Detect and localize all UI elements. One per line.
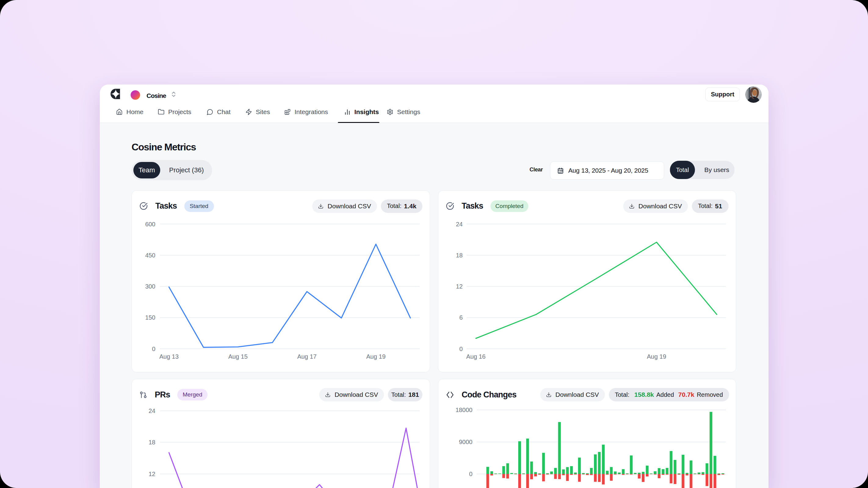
svg-text:18: 18 — [456, 252, 462, 258]
svg-text:0: 0 — [459, 345, 462, 352]
svg-text:18: 18 — [149, 439, 155, 446]
svg-text:24: 24 — [149, 408, 155, 414]
svg-text:Aug 15: Aug 15 — [228, 353, 248, 360]
svg-text:600: 600 — [145, 221, 155, 227]
svg-text:Aug 17: Aug 17 — [297, 353, 316, 360]
svg-text:Aug 13: Aug 13 — [159, 353, 179, 360]
svg-text:12: 12 — [149, 470, 155, 477]
svg-text:300: 300 — [145, 283, 155, 290]
svg-text:12: 12 — [456, 283, 462, 290]
svg-text:450: 450 — [145, 252, 155, 258]
svg-text:24: 24 — [456, 221, 462, 227]
svg-text:18000: 18000 — [455, 406, 472, 413]
svg-text:0: 0 — [152, 345, 155, 352]
svg-text:Aug 19: Aug 19 — [647, 353, 666, 360]
svg-text:0: 0 — [469, 470, 472, 477]
svg-text:9000: 9000 — [459, 438, 472, 445]
svg-text:150: 150 — [145, 314, 155, 321]
svg-text:6: 6 — [459, 314, 462, 321]
svg-text:Aug 16: Aug 16 — [466, 353, 485, 360]
svg-text:Aug 19: Aug 19 — [366, 353, 385, 360]
